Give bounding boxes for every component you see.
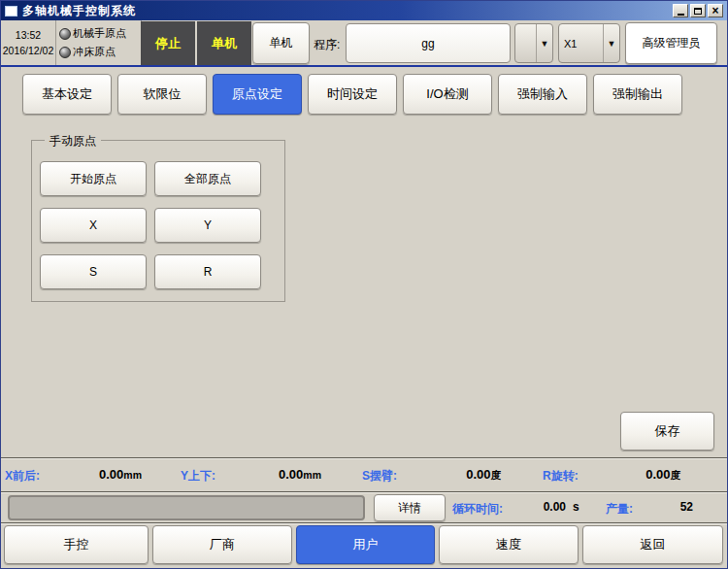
r-axis-label: R旋转: (543, 468, 579, 485)
tab-force-input[interactable]: 强制输入 (498, 74, 587, 115)
tab-origin-settings[interactable]: 原点设定 (213, 74, 302, 115)
robot-origin-led-icon (59, 28, 71, 40)
run-status-panel[interactable]: 停止 (141, 21, 195, 65)
nav-user[interactable]: 用户 (296, 525, 435, 564)
axis-select-value: X1 (559, 24, 603, 62)
close-button[interactable]: × (708, 4, 723, 17)
production-value: 52 (649, 500, 693, 514)
user-role-button[interactable]: 高级管理员 (625, 22, 717, 64)
s-axis-value: 0.00度 (418, 467, 501, 483)
machine-select-value (515, 24, 536, 62)
app-window: 多轴机械手控制系统 × 13:52 2016/12/02 机械手原点 冲床原点 … (0, 0, 728, 569)
manual-origin-title: 手动原点 (45, 133, 101, 150)
y-axis-origin-button[interactable]: Y (154, 208, 261, 243)
titlebar: 多轴机械手控制系统 × (1, 1, 727, 20)
all-origin-button[interactable]: 全部原点 (154, 161, 261, 196)
mode-button[interactable]: 单机 (252, 22, 310, 64)
app-icon (5, 6, 17, 17)
maximize-button[interactable] (690, 4, 706, 17)
s-axis-label: S摆臂: (362, 468, 397, 485)
nav-manual-control[interactable]: 手控 (4, 525, 149, 564)
save-button[interactable]: 保存 (620, 412, 714, 451)
cycle-time-label: 循环时间: (452, 501, 503, 518)
divider (1, 491, 727, 493)
minimize-icon (678, 14, 684, 16)
y-axis-value: 0.00mm (239, 467, 321, 482)
robot-origin-led-label: 机械手原点 (73, 26, 126, 41)
window-title: 多轴机械手控制系统 (22, 3, 136, 19)
nav-manufacturer[interactable]: 厂商 (152, 525, 292, 564)
cycle-time-value: 0.00 (508, 500, 566, 514)
divider (1, 522, 727, 524)
close-icon: × (711, 5, 718, 17)
axis-select-dropdown[interactable]: X1 ▼ (558, 23, 620, 63)
nav-return[interactable]: 返回 (582, 525, 723, 564)
x-axis-label: X前后: (5, 468, 40, 485)
window-controls: × (673, 4, 727, 17)
details-button[interactable]: 详情 (374, 494, 446, 521)
chevron-down-icon: ▼ (603, 24, 619, 62)
tab-basic-settings[interactable]: 基本设定 (22, 74, 112, 115)
s-axis-origin-button[interactable]: S (40, 254, 147, 289)
origin-led-panel: 机械手原点 冲床原点 (56, 20, 142, 65)
production-label: 产量: (606, 501, 633, 518)
tab-soft-limit[interactable]: 软限位 (117, 74, 207, 115)
press-origin-led-icon (59, 47, 71, 58)
date-text: 2016/12/02 (1, 44, 55, 59)
tab-time-settings[interactable]: 时间设定 (308, 74, 397, 115)
machine-select-dropdown[interactable]: ▼ (514, 23, 553, 63)
maximize-icon (694, 8, 702, 15)
minimize-button[interactable] (673, 4, 688, 17)
tab-io-check[interactable]: I/O检测 (403, 74, 492, 115)
r-axis-value: 0.00度 (598, 467, 680, 483)
chevron-down-icon: ▼ (536, 24, 552, 62)
program-name-field[interactable]: gg (346, 23, 511, 63)
mode-status-panel[interactable]: 单机 (197, 21, 251, 65)
y-axis-label: Y上下: (181, 468, 215, 485)
divider (1, 457, 727, 459)
progress-bar (8, 495, 365, 520)
clock-panel: 13:52 2016/12/02 (1, 20, 56, 65)
program-label: 程序: (314, 37, 340, 53)
nav-speed[interactable]: 速度 (439, 525, 579, 564)
r-axis-origin-button[interactable]: R (154, 254, 261, 289)
press-origin-led-label: 冲床原点 (73, 45, 116, 59)
led-row: 冲床原点 (59, 43, 141, 61)
led-row: 机械手原点 (59, 24, 141, 43)
cycle-time-unit: s (573, 500, 579, 514)
start-origin-button[interactable]: 开始原点 (40, 161, 147, 196)
x-axis-origin-button[interactable]: X (40, 208, 147, 243)
x-axis-value: 0.00mm (59, 467, 142, 482)
tab-force-output[interactable]: 强制输出 (593, 74, 682, 115)
header-bar: 13:52 2016/12/02 机械手原点 冲床原点 停止 单机 单机 程序:… (1, 20, 727, 67)
time-text: 13:52 (1, 28, 55, 44)
